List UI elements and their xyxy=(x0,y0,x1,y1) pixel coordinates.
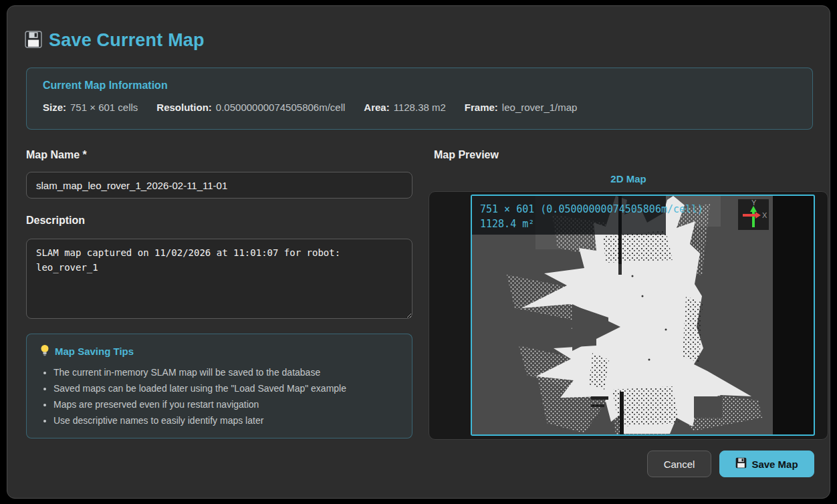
tips-item: The current in-memory SLAM map will be s… xyxy=(53,364,398,380)
map-saving-tips-panel: Map Saving Tips The current in-memory SL… xyxy=(26,334,412,438)
map-name-label: Map Name * xyxy=(26,149,87,161)
map-name-input[interactable] xyxy=(26,172,412,199)
tips-item: Saved maps can be loaded later using the… xyxy=(53,380,398,396)
svg-text:X: X xyxy=(762,211,767,219)
map-overlay-area: 1128.4 m² xyxy=(480,218,534,230)
axes-orientation-icon: Y X xyxy=(738,198,769,230)
info-fields-row: Size:751 × 601 cells Resolution:0.050000… xyxy=(43,102,796,113)
tips-list: The current in-memory SLAM map will be s… xyxy=(53,364,398,428)
2d-map-label: 2D Map xyxy=(429,173,828,184)
description-textarea[interactable]: SLAM map captured on 11/02/2026 at 11:01… xyxy=(26,239,412,319)
map-canvas[interactable]: 751 × 601 (0.05000000074505806m/cell) 11… xyxy=(471,195,815,436)
svg-text:Y: Y xyxy=(751,199,757,207)
occupancy-grid-image: 751 × 601 (0.05000000074505806m/cell) 11… xyxy=(472,196,773,434)
info-field-frame: Frame:leo_rover_1/map xyxy=(465,102,578,113)
lightbulb-icon xyxy=(40,344,49,358)
info-field-size: Size:751 × 601 cells xyxy=(43,102,138,113)
dialog-header: Save Current Map xyxy=(25,30,205,51)
current-map-info-panel: Current Map Information Size:751 × 601 c… xyxy=(26,68,813,130)
floppy-disk-icon xyxy=(735,457,747,471)
info-field-area: Area:1128.38 m2 xyxy=(364,102,445,113)
description-label: Description xyxy=(26,215,85,227)
tips-heading-text: Map Saving Tips xyxy=(55,346,134,357)
save-map-dialog: Save Current Map Current Map Information… xyxy=(7,5,830,499)
info-panel-heading: Current Map Information xyxy=(43,80,796,92)
floppy-disk-icon xyxy=(25,31,42,51)
map-preview-heading: Map Preview xyxy=(434,149,499,161)
info-field-resolution: Resolution:0.05000000074505806m/cell xyxy=(156,102,345,113)
tips-item: Maps are preserved even if you restart n… xyxy=(53,396,398,412)
cancel-button[interactable]: Cancel xyxy=(647,451,711,477)
map-overlay-dimensions: 751 × 601 (0.05000000074505806m/cell) xyxy=(480,203,703,215)
save-map-button[interactable]: Save Map xyxy=(719,451,814,477)
dialog-title: Save Current Map xyxy=(49,30,205,51)
map-preview-container: 751 × 601 (0.05000000074505806m/cell) 11… xyxy=(429,191,828,440)
tips-item: Use descriptive names to easily identify… xyxy=(53,412,398,428)
